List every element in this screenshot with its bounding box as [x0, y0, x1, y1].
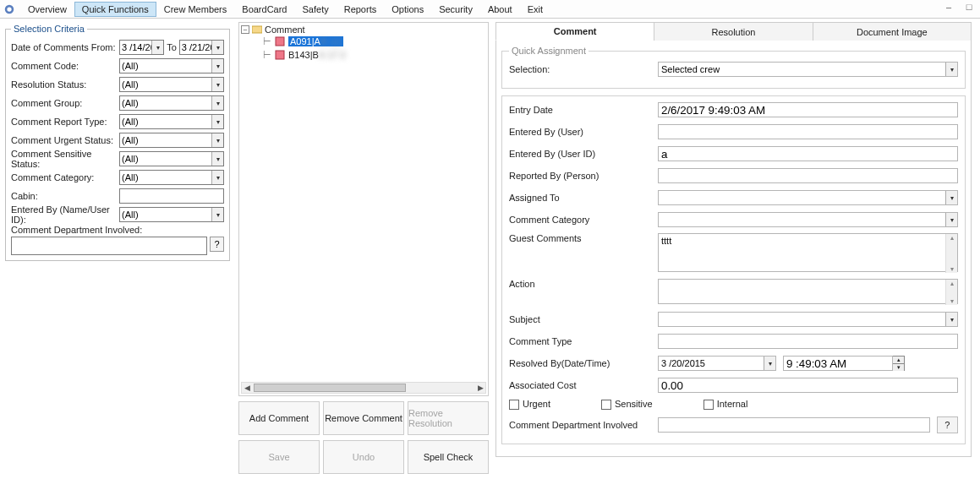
- comment-report-type-combo[interactable]: [119, 114, 224, 129]
- scroll-right-icon[interactable]: ▶: [475, 383, 485, 393]
- sensitive-checkbox-wrap[interactable]: Sensitive: [601, 399, 653, 410]
- menu-about[interactable]: About: [480, 2, 520, 17]
- resolved-by-label: Resolved By(Date/Time): [509, 358, 658, 368]
- comment-group-label: Comment Group:: [11, 98, 119, 108]
- minimize-button[interactable]: –: [941, 2, 956, 12]
- chevron-down-icon[interactable]: ▾: [211, 59, 223, 73]
- chevron-down-icon[interactable]: ▾: [211, 115, 223, 128]
- associated-cost-label: Associated Cost: [509, 380, 658, 390]
- tree-item-tail: X 17 2: [319, 50, 346, 60]
- tab-resolution[interactable]: Resolution: [654, 22, 813, 41]
- tree-item[interactable]: ⊢ A091|AX .| |:: [263, 35, 486, 48]
- tree-item[interactable]: ⊢ B143|BX 17 2: [263, 48, 486, 62]
- detail-comment-category-combo[interactable]: [658, 212, 958, 227]
- remove-comment-button[interactable]: Remove Comment: [323, 401, 404, 435]
- scroll-thumb[interactable]: [254, 384, 406, 392]
- reported-by-label: Reported By (Person): [509, 171, 658, 181]
- date-from-label: Date of Comments From:: [11, 42, 119, 52]
- spell-check-button[interactable]: Spell Check: [408, 440, 489, 474]
- menu-overview[interactable]: Overview: [20, 2, 74, 17]
- subject-label: Subject: [509, 314, 658, 324]
- comment-category-combo[interactable]: [119, 170, 224, 185]
- chevron-down-icon[interactable]: ▾: [945, 213, 957, 226]
- internal-checkbox-wrap[interactable]: Internal: [704, 399, 748, 410]
- sensitive-checkbox[interactable]: [601, 400, 611, 410]
- reported-by-input[interactable]: [658, 168, 958, 183]
- scroll-left-icon[interactable]: ◀: [242, 383, 252, 393]
- comment-code-combo[interactable]: [119, 58, 224, 73]
- chevron-down-icon[interactable]: ▾: [211, 152, 223, 166]
- menu-options[interactable]: Options: [384, 2, 431, 17]
- spin-down-icon[interactable]: ▾: [893, 363, 904, 371]
- chevron-down-icon[interactable]: ▾: [211, 96, 223, 110]
- guest-comments-textarea[interactable]: [658, 233, 958, 272]
- undo-button[interactable]: Undo: [323, 440, 404, 474]
- chevron-down-icon[interactable]: ▾: [151, 41, 163, 54]
- comment-type-field: [658, 334, 958, 349]
- chevron-down-icon[interactable]: ▾: [945, 63, 957, 76]
- selection-criteria-legend: Selection Criteria: [11, 24, 87, 34]
- menu-safety[interactable]: Safety: [295, 2, 337, 17]
- chevron-down-icon[interactable]: ▾: [945, 191, 957, 204]
- comment-sensitive-status-combo[interactable]: [119, 151, 224, 166]
- save-button[interactable]: Save: [238, 440, 320, 474]
- comment-group-combo[interactable]: [119, 95, 224, 111]
- add-comment-button[interactable]: Add Comment: [238, 401, 320, 435]
- menu-quick-functions[interactable]: Quick Functions: [74, 2, 156, 17]
- horizontal-scrollbar[interactable]: ◀ ▶: [241, 382, 486, 394]
- resolution-status-combo[interactable]: [119, 77, 224, 92]
- dept-involved-input[interactable]: [658, 417, 930, 433]
- chevron-down-icon[interactable]: ▾: [211, 171, 223, 184]
- subject-combo[interactable]: [658, 312, 958, 327]
- chevron-down-icon[interactable]: ▾: [211, 133, 223, 147]
- internal-label: Internal: [717, 399, 748, 409]
- comment-sensitive-status-label: Comment Sensitive Status:: [11, 149, 119, 169]
- tab-document-image[interactable]: Document Image: [813, 22, 972, 41]
- menubar: Overview Quick Functions Crew Members Bo…: [0, 0, 980, 19]
- menu-exit[interactable]: Exit: [520, 2, 550, 17]
- comment-urgent-status-combo[interactable]: [119, 133, 224, 148]
- assigned-to-combo[interactable]: [658, 190, 958, 205]
- chevron-down-icon[interactable]: ▾: [211, 208, 223, 221]
- entered-by-user-label: Entered By (User): [509, 127, 658, 137]
- menu-reports[interactable]: Reports: [337, 2, 385, 17]
- detail-comment-category-label: Comment Category: [509, 215, 658, 225]
- chevron-down-icon[interactable]: ▾: [211, 41, 223, 54]
- spin-up-icon[interactable]: ▴: [893, 357, 904, 363]
- chevron-down-icon[interactable]: ▾: [211, 78, 223, 91]
- tree-collapse-icon[interactable]: –: [241, 25, 249, 34]
- detail-tabs: Comment Resolution Document Image: [495, 22, 972, 41]
- remove-resolution-button[interactable]: Remove Resolution: [408, 401, 489, 435]
- menu-security[interactable]: Security: [431, 2, 480, 17]
- textarea-scrollbar[interactable]: ▴▾: [945, 280, 957, 305]
- comment-item-icon: [275, 36, 285, 46]
- urgent-checkbox-wrap[interactable]: Urgent: [509, 399, 550, 410]
- chevron-down-icon[interactable]: ▾: [764, 357, 775, 370]
- cabin-label: Cabin:: [11, 191, 119, 201]
- dept-involved-help-button[interactable]: ?: [937, 416, 958, 433]
- tree-item-prefix: B143|B: [288, 50, 319, 60]
- sensitive-label: Sensitive: [615, 399, 653, 409]
- resolved-date-input[interactable]: [658, 356, 776, 371]
- chevron-down-icon[interactable]: ▾: [945, 313, 957, 326]
- textarea-scrollbar[interactable]: ▴▾: [945, 234, 957, 273]
- comment-dept-input[interactable]: [11, 237, 207, 255]
- action-textarea[interactable]: [658, 279, 958, 304]
- dept-help-button[interactable]: ?: [210, 237, 224, 252]
- comment-dept-label: Comment Department Involved:: [11, 225, 224, 235]
- resolved-time-input[interactable]: [783, 356, 893, 371]
- restore-button[interactable]: □: [961, 2, 977, 12]
- entered-by-combo[interactable]: [119, 207, 224, 222]
- comment-tree[interactable]: – Comment ⊢ A091|AX .| |: ⊢: [238, 22, 489, 396]
- urgent-checkbox[interactable]: [509, 400, 519, 410]
- tab-comment[interactable]: Comment: [495, 22, 654, 41]
- selection-combo[interactable]: [658, 62, 958, 77]
- menu-boardcard[interactable]: BoardCard: [234, 2, 294, 17]
- associated-cost-input[interactable]: [658, 378, 958, 393]
- menu-crew-members[interactable]: Crew Members: [156, 2, 235, 17]
- entry-date-label: Entry Date: [509, 105, 658, 115]
- cabin-input[interactable]: [119, 188, 224, 204]
- time-spinner[interactable]: ▴▾: [893, 356, 905, 371]
- internal-checkbox[interactable]: [704, 400, 714, 410]
- quick-assignment-legend: Quick Assignment: [509, 46, 589, 56]
